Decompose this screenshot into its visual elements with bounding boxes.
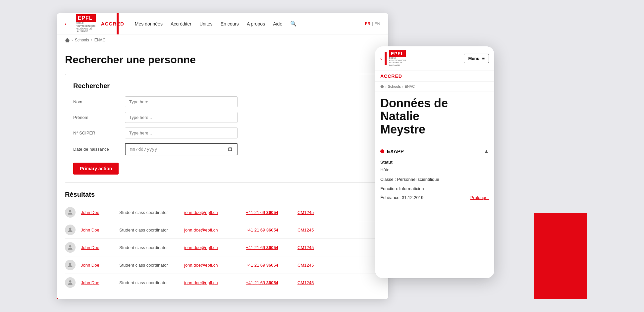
nav-aide[interactable]: Aide — [273, 21, 282, 26]
nav-accrediter[interactable]: Accréditer — [171, 21, 191, 26]
mobile-statut-label: Statut — [380, 160, 393, 165]
nav-menu: Mes données Accréditer Unités En cours A… — [135, 21, 354, 27]
result-email-link[interactable]: john.doe@epfl.ch — [184, 210, 241, 215]
breadcrumb-sep1: › — [72, 38, 73, 42]
mobile-home-icon[interactable] — [380, 84, 384, 88]
mobile-collapse-icon[interactable]: ▲ — [484, 148, 489, 154]
table-row: John Doe Student class coordinator john.… — [65, 239, 380, 256]
result-role: Student class coordinator — [119, 228, 179, 233]
breadcrumb-enac: ENAC — [94, 38, 105, 42]
desktop-navbar: ‹ EPFL ÉCOLE POLYTECHNIQUE FÉDÉRALE DE L… — [57, 13, 388, 34]
mobile-main-content: Données de Natalie Meystre EXAPP ▲ Statu… — [375, 91, 494, 207]
results-list: John Doe Student class coordinator john.… — [65, 204, 380, 291]
mobile-person-title: Données de Natalie Meystre — [380, 97, 489, 136]
result-name-link[interactable]: John Doe — [81, 245, 114, 250]
mobile-divider — [380, 143, 489, 143]
primary-action-button[interactable]: Primary action — [73, 163, 119, 175]
mobile-epfl-text: EPFL — [389, 50, 406, 57]
table-row: John Doe Student class coordinator john.… — [65, 221, 380, 239]
mobile-echeance-row: Échéance: 31.12.2019 Prolonger — [380, 194, 489, 201]
result-email-link[interactable]: john.doe@epfl.ch — [184, 263, 241, 268]
table-row: John Doe Student class coordinator john.… — [65, 274, 380, 291]
mobile-prolonger-link[interactable]: Prolonger — [470, 194, 489, 201]
nav-a-propos[interactable]: A propos — [247, 21, 265, 26]
result-code-link[interactable]: CM1245 — [297, 210, 314, 215]
breadcrumb: › Schools › ENAC — [57, 34, 388, 46]
svg-point-4 — [69, 280, 72, 283]
result-email-link[interactable]: john.doe@epfl.ch — [184, 245, 241, 250]
result-role: Student class coordinator — [119, 245, 179, 250]
input-sciper[interactable] — [125, 128, 238, 138]
mobile-class-line: Classe : Personnel scientifique — [380, 176, 489, 183]
result-phone-link[interactable]: +41 21 69 36054 — [246, 263, 292, 268]
mobile-statut-field: Statut Hôte — [380, 158, 489, 174]
mobile-menu-button[interactable]: Menu ≡ — [464, 54, 489, 63]
table-row: John Doe Student class coordinator john.… — [65, 204, 380, 221]
mobile-info-section: Statut Hôte Classe : Personnel scientifi… — [380, 158, 489, 202]
nav-collapse-chevron[interactable]: ‹ — [65, 21, 67, 26]
epfl-logo-text: EPFL — [76, 14, 96, 22]
svg-point-3 — [69, 263, 72, 265]
svg-point-1 — [69, 228, 72, 230]
form-row-dob: Date de naissance — [73, 143, 372, 155]
search-card: Rechercher Nom Prénom N° SCIPER Date de … — [65, 74, 380, 183]
result-name-link[interactable]: John Doe — [81, 228, 114, 233]
result-code-link[interactable]: CM1245 — [297, 228, 314, 233]
mobile-epfl-subtitle: ÉCOLE POLYTECHNIQUE FÉDÉRALE DE LAUSANNE — [389, 57, 406, 67]
result-phone-link[interactable]: +41 21 69 36054 — [246, 245, 292, 250]
svg-point-0 — [69, 210, 72, 212]
mobile-epfl-logo: EPFL ÉCOLE POLYTECHNIQUE FÉDÉRALE DE LAU… — [389, 50, 406, 67]
result-email-link[interactable]: john.doe@epfl.ch — [184, 228, 241, 233]
mobile-breadcrumb-schools[interactable]: Schools — [388, 84, 401, 88]
home-icon[interactable] — [65, 38, 70, 42]
label-prenom: Prénom — [73, 115, 120, 120]
avatar — [65, 260, 76, 270]
mobile-accred-label: ACCRED — [375, 71, 494, 82]
accred-label: ACCRED — [101, 21, 124, 26]
result-code-link[interactable]: CM1245 — [297, 245, 314, 250]
mobile-section-header: EXAPP ▲ — [380, 148, 489, 154]
mobile-nav-chevron[interactable]: ‹ — [380, 56, 382, 61]
mobile-menu-label: Menu — [468, 56, 479, 61]
nav-en-cours[interactable]: En cours — [221, 21, 239, 26]
result-role: Student class coordinator — [119, 210, 179, 215]
table-row: John Doe Student class coordinator john.… — [65, 256, 380, 274]
page-title: Rechercher une personne — [65, 54, 380, 66]
lang-en[interactable]: EN — [374, 21, 380, 26]
mobile-breadcrumb: › Schools › ENAC — [375, 82, 494, 91]
mobile-navbar: ‹ EPFL ÉCOLE POLYTECHNIQUE FÉDÉRALE DE L… — [375, 46, 494, 71]
result-phone-link[interactable]: +41 21 69 36054 — [246, 228, 292, 233]
nav-unites[interactable]: Unités — [199, 21, 213, 26]
input-dob[interactable] — [125, 143, 238, 155]
label-dob: Date de naissance — [73, 147, 120, 152]
form-row-nom: Nom — [73, 96, 372, 107]
input-prenom[interactable] — [125, 112, 238, 123]
lang-fr[interactable]: FR — [365, 21, 370, 26]
result-name-link[interactable]: John Doe — [81, 280, 114, 285]
result-phone-link[interactable]: +41 21 69 36054 — [246, 280, 292, 285]
label-sciper: N° SCIPER — [73, 130, 120, 135]
right-red-decoration — [534, 213, 587, 299]
result-name-link[interactable]: John Doe — [81, 263, 114, 268]
input-nom[interactable] — [125, 96, 238, 107]
mobile-logo-area: EPFL ÉCOLE POLYTECHNIQUE FÉDÉRALE DE LAU… — [385, 50, 464, 67]
result-email-link[interactable]: john.doe@epfl.ch — [184, 280, 241, 285]
nav-left-section: ‹ EPFL ÉCOLE POLYTECHNIQUE FÉDÉRALE DE L… — [65, 14, 124, 33]
results-section: Résultats John Doe Student class coordin… — [65, 191, 380, 291]
search-icon[interactable]: 🔍 — [290, 21, 297, 27]
scene: ‹ EPFL ÉCOLE POLYTECHNIQUE FÉDÉRALE DE L… — [57, 13, 587, 299]
breadcrumb-schools[interactable]: Schools — [75, 38, 89, 42]
label-nom: Nom — [73, 99, 120, 104]
result-code-link[interactable]: CM1245 — [297, 263, 314, 268]
result-name-link[interactable]: John Doe — [81, 210, 114, 215]
mobile-breadcrumb-enac: ENAC — [404, 84, 415, 88]
mobile-section-title: EXAPP — [380, 148, 404, 154]
result-phone-link[interactable]: +41 21 69 36054 — [246, 210, 292, 215]
nav-mes-donnees[interactable]: Mes données — [135, 21, 163, 26]
result-code-link[interactable]: CM1245 — [297, 280, 314, 285]
nav-red-accent — [117, 13, 119, 34]
mobile-status-dot — [380, 149, 384, 153]
desktop-window: ‹ EPFL ÉCOLE POLYTECHNIQUE FÉDÉRALE DE L… — [57, 13, 388, 299]
form-row-prenom: Prénom — [73, 112, 372, 123]
epfl-logo-subtitle: ÉCOLE POLYTECHNIQUE FÉDÉRALE DE LAUSANNE — [76, 22, 96, 33]
